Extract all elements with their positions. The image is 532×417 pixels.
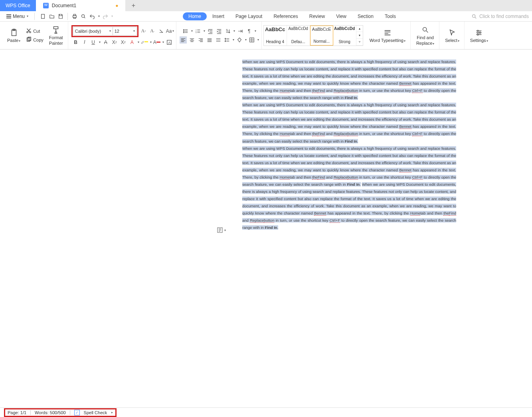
spell-check-icon: ✓ [74, 410, 80, 415]
undo-dropdown-icon[interactable]: ▾ [98, 14, 100, 18]
print-icon[interactable] [71, 13, 78, 20]
character-border-button[interactable]: A [166, 39, 173, 46]
italic-button[interactable]: I [81, 39, 88, 46]
find-replace-button[interactable]: Find and Replace▾ [414, 25, 437, 46]
font-controls-highlight: Calibri (body)▾ 12▾ [71, 25, 138, 37]
subscript-button[interactable]: X2 [120, 39, 127, 46]
new-tab-button[interactable]: + [125, 0, 141, 11]
svg-text:A: A [168, 40, 170, 44]
strikethrough-button[interactable]: A [102, 39, 109, 46]
show-marks-button[interactable]: ¶ [245, 28, 253, 35]
font-name-combo[interactable]: Calibri (body)▾ [73, 27, 113, 36]
align-justify-button[interactable] [206, 36, 213, 44]
align-center-button[interactable] [188, 36, 196, 44]
status-words[interactable]: Words: 500/500 [35, 410, 65, 415]
borders-button[interactable] [248, 36, 255, 44]
new-file-icon[interactable] [40, 13, 46, 20]
superscript-button[interactable]: X2 [111, 39, 118, 46]
style-strong[interactable]: AaBbCcDd Strong [333, 26, 356, 46]
style-normal[interactable]: AaBbCcE Normal... [310, 26, 333, 46]
style-scroll-down[interactable]: ▾ [356, 32, 363, 39]
page-area[interactable]: ▾ When we are using WPS Document to edit… [194, 50, 532, 407]
svg-point-24 [479, 32, 481, 34]
style-heading4[interactable]: AaBbCc Heading 4 [264, 26, 287, 46]
tab-references[interactable]: References [268, 12, 303, 20]
workspace: ▾ When we are using WPS Document to edit… [0, 50, 532, 407]
bullets-button[interactable] [182, 28, 189, 35]
chevron-right-icon[interactable]: ▸ [111, 411, 113, 414]
open-file-icon[interactable] [49, 13, 55, 20]
numbering-button[interactable]: 123 [194, 28, 202, 35]
chevron-down-icon: ▾ [224, 228, 226, 232]
save-icon[interactable] [57, 13, 64, 20]
cut-icon [26, 28, 32, 34]
copy-button[interactable]: Copy [24, 36, 45, 44]
status-spell-check[interactable]: Spell Check [84, 410, 107, 415]
style-scroll-up[interactable]: ▴ [356, 26, 363, 32]
align-left-button[interactable] [180, 36, 187, 44]
select-button[interactable]: Select▾ [443, 28, 462, 44]
text-effects-button[interactable]: A [129, 39, 136, 46]
tab-page-layout[interactable]: Page Layout [230, 12, 268, 20]
style-gallery-expand[interactable]: ▿ [356, 39, 363, 46]
line-spacing-button[interactable] [223, 36, 231, 44]
cut-button[interactable]: Cut [24, 27, 45, 35]
writer-doc-icon [43, 3, 49, 8]
tab-insert[interactable]: Insert [207, 12, 230, 20]
paragraph-layout-tool[interactable]: ▾ [217, 227, 226, 233]
distribute-button[interactable] [215, 36, 222, 44]
shading-button[interactable] [236, 36, 243, 44]
tab-settings-button[interactable] [237, 28, 244, 35]
increase-indent-button[interactable] [216, 28, 223, 35]
tab-review[interactable]: Review [304, 12, 330, 20]
style-gallery: AaBbCc Heading 4 AaBbCcDd Defau... AaBbC… [263, 25, 363, 46]
menu-bar: Menu ▾ ▾ ▾ Home Insert Page Layout Refer… [0, 11, 532, 22]
search-commands[interactable]: Click to find commands [471, 14, 529, 19]
search-icon [471, 14, 477, 19]
sort-button[interactable] [224, 28, 231, 35]
bold-button[interactable]: B [72, 39, 79, 46]
svg-point-5 [473, 14, 475, 17]
svg-point-16 [184, 31, 184, 32]
chevron-down-icon: ▾ [109, 29, 111, 33]
chevron-down-icon: ▾ [133, 29, 135, 33]
decrease-indent-button[interactable] [207, 28, 214, 35]
svg-point-23 [477, 30, 479, 32]
menu-button[interactable]: Menu ▾ [3, 13, 32, 20]
format-painter-icon [51, 26, 60, 34]
group-settings: Settings▾ [465, 22, 493, 49]
word-typesetting-button[interactable]: Word Typesetting▾ [367, 28, 408, 44]
redo-dropdown-icon[interactable]: ▾ [111, 14, 113, 18]
clear-format-button[interactable] [158, 28, 165, 35]
ribbon-home: Paste▾ Cut Copy Format Painter [0, 22, 532, 50]
title-bar: WPS Office Document1 ● + [0, 0, 532, 11]
group-word-typesetting: Word Typesetting▾ [365, 22, 411, 49]
settings-button[interactable]: Settings▾ [468, 28, 490, 44]
document-tab[interactable]: Document1 ● [36, 0, 126, 11]
tab-view[interactable]: View [330, 12, 352, 20]
svg-rect-3 [73, 17, 75, 18]
paste-button[interactable]: Paste▾ [5, 28, 23, 44]
style-default[interactable]: AaBbCcDd Defau... [287, 26, 310, 46]
status-page[interactable]: Page: 1/1 [8, 410, 26, 415]
format-painter-button[interactable]: Format Painter [47, 25, 65, 46]
grow-font-button[interactable]: A+ [140, 28, 147, 35]
tab-section[interactable]: Section [352, 12, 379, 20]
highlight-button[interactable] [141, 39, 148, 46]
underline-button[interactable]: U [90, 39, 97, 46]
change-case-button[interactable]: Aa▾ [166, 28, 174, 35]
document-body[interactable]: When we are using WPS Document to edit d… [241, 50, 457, 243]
font-size-combo[interactable]: 12▾ [113, 27, 137, 36]
document-page: When we are using WPS Document to edit d… [241, 50, 457, 243]
svg-text:3: 3 [196, 32, 197, 34]
font-color-button[interactable]: A [153, 39, 160, 46]
svg-rect-1 [73, 16, 77, 17]
tab-tools[interactable]: Tools [379, 12, 401, 20]
print-preview-icon[interactable] [80, 13, 87, 20]
shrink-font-button[interactable]: A- [149, 28, 156, 35]
tab-home[interactable]: Home [183, 12, 207, 20]
settings-icon [475, 28, 483, 37]
align-right-button[interactable] [197, 36, 204, 44]
redo-icon[interactable] [102, 13, 109, 20]
undo-icon[interactable] [89, 13, 95, 20]
